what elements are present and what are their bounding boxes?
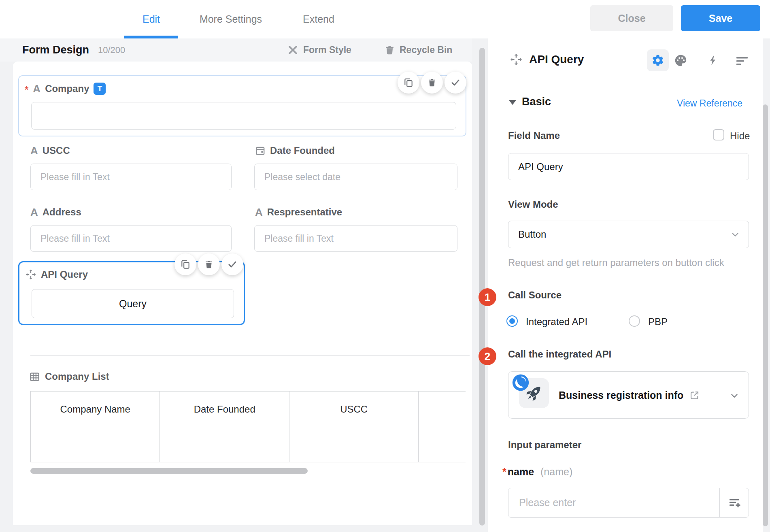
field-address-label-row: A Address (30, 206, 81, 218)
view-mode-label: View Mode (508, 199, 558, 210)
field-name-input[interactable] (508, 153, 749, 180)
drag-handle-icon (25, 269, 36, 280)
table-cell (160, 427, 289, 462)
integrated-api-select[interactable]: Business registration info (508, 371, 749, 419)
integration-badge-icon (512, 374, 530, 392)
calendar-icon (255, 145, 266, 156)
representative-input[interactable] (254, 225, 457, 252)
form-style-button[interactable]: Form Style (287, 45, 351, 55)
param-value-input[interactable] (508, 488, 719, 517)
field-name-label: Field Name (508, 130, 560, 141)
field-label: Company (45, 83, 89, 94)
param-name-hint: (name) (540, 466, 572, 478)
hide-label: Hide (730, 130, 750, 142)
copy-field-button[interactable] (174, 253, 196, 275)
field-uscc-label-row: A USCC (30, 145, 70, 156)
required-mark: * (25, 85, 28, 95)
form-style-icon (287, 45, 298, 55)
call-integrated-api-label: Call the integrated API (508, 349, 611, 360)
column-header: USCC (289, 392, 419, 427)
view-mode-select[interactable]: Button (508, 221, 749, 248)
text-field-icon: A (255, 207, 263, 217)
delete-field-button[interactable] (421, 72, 443, 94)
hide-checkbox[interactable] (713, 129, 724, 140)
copy-icon (403, 77, 414, 88)
copy-field-button[interactable] (398, 72, 419, 94)
drag-handle-icon (510, 53, 523, 66)
recycle-bin-button[interactable]: Recycle Bin (385, 45, 452, 55)
call-source-label: Call Source (508, 289, 562, 301)
radio-pbp-label[interactable]: PBP (648, 316, 668, 328)
radio-integrated-api-label[interactable]: Integrated API (526, 316, 587, 328)
address-input[interactable] (30, 225, 232, 252)
param-input-group (508, 488, 749, 518)
uscc-input[interactable] (30, 164, 232, 190)
add-param-icon (728, 496, 741, 509)
tab-more-settings[interactable]: More Settings (186, 0, 275, 38)
field-api-query-selected[interactable]: API Query Query (18, 261, 245, 325)
table-icon (29, 371, 40, 382)
copy-icon (180, 259, 191, 270)
confirm-field-button[interactable] (445, 72, 466, 94)
column-header: Company Name (31, 392, 160, 427)
radio-pbp[interactable] (629, 315, 640, 327)
palette-icon (674, 54, 687, 67)
save-button[interactable]: Save (681, 5, 760, 31)
tab-edit[interactable]: Edit (124, 0, 178, 38)
panel-title: API Query (529, 53, 584, 66)
integrated-api-name: Business registration info (559, 389, 683, 401)
sort-lines-icon (736, 56, 749, 66)
page-title: Form Design (22, 44, 89, 56)
field-company-list-label-row: Company List (29, 371, 109, 382)
text-type-badge: T (94, 83, 106, 95)
step-badge-1: 1 (479, 288, 496, 306)
company-input[interactable] (31, 102, 456, 130)
section-basic: Basic (522, 96, 551, 108)
tab-extend[interactable]: Extend (294, 0, 343, 38)
collapse-triangle-icon[interactable] (509, 100, 516, 105)
horizontal-scrollbar[interactable] (30, 468, 308, 474)
settings-panel: API Query Basic View Reference Field Nam… (488, 38, 763, 532)
field-date-label-row: Date Founded (255, 145, 335, 156)
chevron-down-icon[interactable] (729, 390, 740, 401)
date-founded-input[interactable] (254, 164, 457, 190)
table-row (31, 427, 466, 462)
view-mode-helper: Request and get return parameters on but… (508, 257, 724, 268)
column-header: Date Founded (160, 392, 289, 427)
events-tab-button[interactable] (707, 53, 719, 67)
table-cell (31, 427, 160, 462)
param-name: name (508, 466, 534, 478)
field-company[interactable]: * A Company T (18, 75, 466, 136)
table-header-row: Company Name Date Founded USCC (31, 392, 466, 427)
settings-gear-icon (651, 54, 664, 67)
param-formula-button[interactable] (719, 488, 749, 517)
delete-field-button[interactable] (198, 253, 220, 275)
sort-lines-button[interactable] (736, 56, 749, 66)
recycle-bin-icon (385, 45, 395, 55)
radio-integrated-api[interactable] (506, 315, 518, 327)
external-link-icon[interactable] (689, 390, 700, 401)
view-reference-link[interactable]: View Reference (677, 98, 742, 109)
canvas-header: Form Design 10/200 Form Style Recycle Bi… (0, 38, 472, 62)
close-button[interactable]: Close (590, 5, 673, 31)
query-button[interactable]: Query (32, 289, 234, 318)
form-canvas: * A Company T A USCC Date Founded (13, 62, 472, 525)
panel-vertical-scrollbar[interactable] (763, 104, 768, 526)
text-field-icon: A (33, 83, 40, 94)
field-count: 10/200 (98, 45, 125, 55)
style-tab-button[interactable] (674, 54, 687, 67)
table-cell (419, 427, 466, 462)
confirm-icon (450, 77, 461, 88)
field-representative-label-row: A Respresentative (255, 206, 342, 218)
panel-divider (508, 90, 749, 90)
input-parameter-label: Input parameter (508, 439, 581, 451)
delete-icon (204, 260, 214, 269)
lightning-icon (707, 53, 719, 67)
company-list-table[interactable]: Company Name Date Founded USCC (30, 391, 466, 463)
required-mark: * (502, 466, 506, 478)
delete-icon (427, 78, 437, 87)
table-cell (289, 427, 419, 462)
confirm-field-button[interactable] (221, 253, 243, 275)
settings-tab-button[interactable] (647, 49, 669, 71)
canvas-vertical-scrollbar[interactable] (479, 48, 485, 526)
